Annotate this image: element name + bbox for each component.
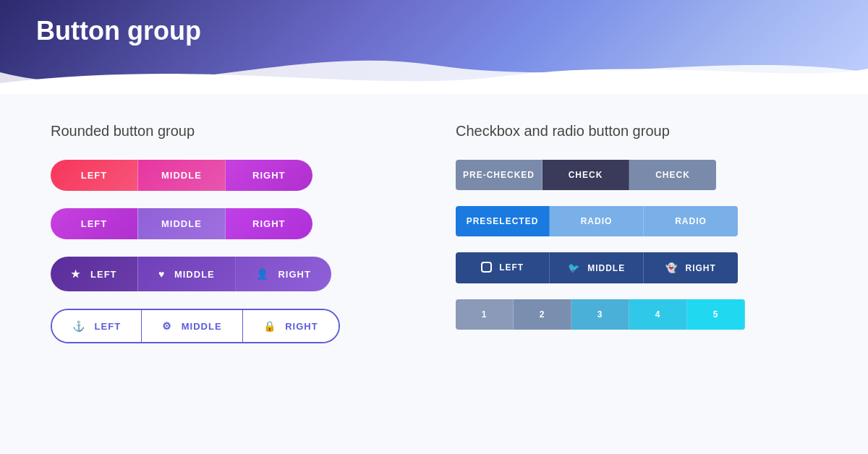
preselected-button[interactable]: PRESELECTED [456, 206, 550, 236]
group2-middle-button[interactable]: MIDDLE [137, 208, 226, 239]
group4-left-button[interactable]: ⚓ LEFT [52, 310, 142, 342]
left-section-title: Rounded button group [51, 123, 412, 140]
group3-middle-button[interactable]: ♥ MIDDLE [137, 257, 236, 291]
group3-right-button[interactable]: 👤 RIGHT [236, 257, 331, 291]
group3-left-button[interactable]: ★ LEFT [51, 257, 137, 291]
page-title: Button group [36, 16, 201, 46]
button-group-4: ⚓ LEFT ⚙ MIDDLE 🔒 RIGHT [51, 309, 340, 343]
wave-decoration [0, 43, 868, 94]
group1-left-button[interactable]: LEFT [51, 160, 137, 191]
twitter-icon: 🐦 [568, 262, 580, 273]
heart-icon: ♥ [158, 268, 165, 280]
number-button-4[interactable]: 4 [629, 299, 687, 330]
number-button-3[interactable]: 3 [571, 299, 629, 330]
header: Button group [0, 0, 868, 94]
number-button-2[interactable]: 2 [514, 299, 571, 330]
group1-right-button[interactable]: RIGHT [226, 160, 312, 191]
number-group: 1 2 3 4 5 [456, 299, 745, 330]
check-button-1[interactable]: CHECK [542, 160, 629, 190]
button-group-2: LEFT MIDDLE RIGHT [51, 208, 312, 239]
radio-button-1[interactable]: RADIO [550, 206, 644, 236]
radio-group: PRESELECTED RADIO RADIO [456, 206, 738, 236]
pre-checked-button[interactable]: PRE-CHECKED [456, 160, 542, 190]
group2-right-button[interactable]: RIGHT [226, 208, 312, 239]
number-button-1[interactable]: 1 [456, 299, 514, 330]
right-section: Checkbox and radio button group PRE-CHEC… [456, 123, 817, 425]
right-section-title: Checkbox and radio button group [456, 123, 817, 140]
group4-right-button[interactable]: 🔒 RIGHT [243, 310, 339, 342]
checkbox-group: PRE-CHECKED CHECK CHECK [456, 160, 716, 190]
group1-middle-button[interactable]: MIDDLE [137, 160, 226, 191]
main-content: Rounded button group LEFT MIDDLE RIGHT L… [0, 94, 868, 454]
gear-icon: ⚙ [162, 320, 172, 332]
group4-middle-button[interactable]: ⚙ MIDDLE [142, 310, 242, 342]
social-group: LEFT 🐦 MIDDLE 👻 RIGHT [456, 252, 738, 283]
button-group-1: LEFT MIDDLE RIGHT [51, 160, 312, 191]
social-left-button[interactable]: LEFT [456, 252, 550, 283]
anchor-icon: ⚓ [72, 320, 85, 332]
instagram-icon [481, 262, 492, 273]
left-section: Rounded button group LEFT MIDDLE RIGHT L… [51, 123, 412, 425]
star-icon: ★ [71, 268, 81, 280]
bag-icon: 🔒 [263, 320, 276, 332]
group2-left-button[interactable]: LEFT [51, 208, 137, 239]
check-button-2[interactable]: CHECK [629, 160, 716, 190]
social-right-button[interactable]: 👻 RIGHT [644, 252, 738, 283]
user-icon: 👤 [256, 268, 269, 280]
number-button-5[interactable]: 5 [687, 299, 745, 330]
button-group-3: ★ LEFT ♥ MIDDLE 👤 RIGHT [51, 257, 331, 291]
radio-button-2[interactable]: RADIO [644, 206, 738, 236]
social-middle-button[interactable]: 🐦 MIDDLE [550, 252, 644, 283]
snapchat-icon: 👻 [665, 262, 678, 273]
